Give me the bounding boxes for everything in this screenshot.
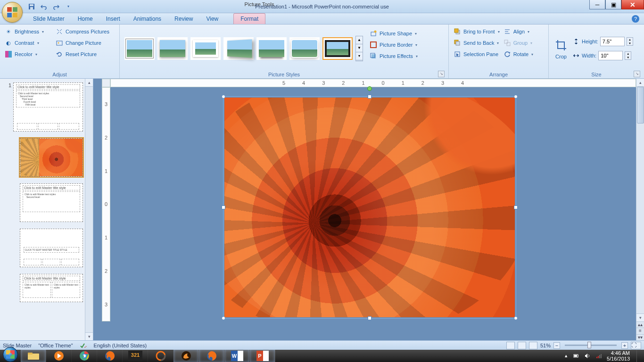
slide-canvas[interactable] — [224, 98, 515, 317]
master-thumbnail[interactable]: Click to edit Master title style Click t… — [13, 82, 83, 132]
layout-thumbnail-3[interactable]: CLICK TO EDIT MASTER TITLE STYLE — [20, 229, 83, 267]
height-input[interactable] — [600, 37, 625, 46]
bring-to-front-button[interactable]: Bring to Front▾ — [452, 26, 502, 37]
redo-icon[interactable] — [51, 1, 61, 12]
width-up[interactable]: ▲ — [625, 52, 631, 56]
battery-icon[interactable] — [573, 353, 579, 359]
crop-icon[interactable] — [553, 38, 569, 53]
picture-chrysanthemum[interactable] — [224, 98, 515, 317]
align-button[interactable]: Align▾ — [502, 26, 535, 37]
tab-review[interactable]: Review — [168, 14, 199, 24]
tab-format[interactable]: Format — [233, 13, 265, 24]
gallery-down-icon[interactable]: ▼ — [356, 44, 363, 52]
layout-thumbnail-4[interactable]: Click to edit Master title style Click t… — [20, 274, 83, 302]
style-6[interactable] — [289, 37, 320, 60]
scroll-thumb[interactable] — [637, 87, 644, 123]
network-icon[interactable] — [595, 353, 602, 359]
zoom-out-button[interactable]: − — [553, 342, 560, 349]
style-5[interactable] — [256, 37, 287, 60]
gallery-up-icon[interactable]: ▲ — [356, 36, 363, 44]
taskbar-app-1[interactable] — [148, 350, 173, 362]
taskbar-chrome[interactable] — [72, 350, 97, 362]
taskbar-wmp[interactable] — [46, 350, 72, 362]
start-button[interactable] — [0, 350, 21, 362]
style-3[interactable] — [190, 37, 221, 60]
vertical-ruler[interactable]: 3210123 — [102, 87, 110, 321]
prev-slide-button[interactable]: ▴▴ — [636, 321, 644, 328]
thumbnails-scrollbar[interactable]: ▴ ▾ — [85, 79, 93, 340]
scroll-up-button[interactable]: ▴ — [636, 79, 644, 87]
normal-view-button[interactable] — [506, 342, 515, 349]
taskbar-word[interactable]: W — [224, 350, 250, 362]
style-4[interactable] — [223, 37, 254, 60]
rotate-button[interactable]: Rotate▾ — [502, 49, 535, 59]
size-dialog-icon[interactable]: ↘ — [634, 71, 640, 77]
tab-slide-master[interactable]: Slide Master — [26, 14, 71, 24]
compress-pictures-button[interactable]: Compress Pictures — [54, 26, 111, 37]
vertical-scrollbar[interactable]: ▴ ▾ — [636, 79, 644, 321]
recolor-button[interactable]: Recolor▾ — [3, 49, 54, 59]
slideshow-view-button[interactable] — [529, 342, 537, 349]
save-icon[interactable] — [26, 1, 37, 12]
picture-effects-button[interactable]: Picture Effects▾ — [368, 51, 420, 61]
undo-icon[interactable] — [39, 1, 49, 12]
zoom-level[interactable]: 51% — [540, 343, 551, 348]
brightness-button[interactable]: ☀Brightness▾ — [3, 26, 54, 37]
tray-show-hidden-icon[interactable]: ▲ — [564, 354, 568, 358]
sorter-view-button[interactable] — [518, 342, 526, 349]
taskbar-powerpoint[interactable]: P — [250, 350, 275, 362]
nav-menu-button[interactable]: ≡ — [636, 328, 644, 334]
taskbar-mpc[interactable]: 321 — [123, 350, 148, 362]
zoom-slider[interactable] — [565, 345, 617, 346]
show-desktop-button[interactable] — [636, 350, 640, 362]
taskbar-firefox-1[interactable] — [97, 350, 123, 362]
contrast-button[interactable]: ◐Contrast▾ — [3, 38, 54, 48]
group-button[interactable]: Group▾ — [502, 38, 535, 48]
horizontal-ruler[interactable]: 5432101234 — [110, 79, 636, 87]
qat-customize-icon[interactable]: ▾ — [63, 1, 74, 12]
scroll-down-icon[interactable]: ▾ — [85, 332, 93, 340]
tray-clock[interactable]: 4:46 AM5/16/2013 — [607, 350, 630, 362]
zoom-in-button[interactable]: + — [621, 342, 628, 349]
tab-insert[interactable]: Insert — [99, 14, 127, 24]
scroll-down-button[interactable]: ▾ — [636, 313, 644, 321]
volume-icon[interactable] — [584, 353, 591, 359]
height-down[interactable]: ▼ — [627, 41, 633, 45]
taskbar-explorer[interactable] — [21, 350, 46, 362]
change-picture-button[interactable]: Change Picture — [54, 38, 111, 48]
send-to-back-button[interactable]: Send to Back▾ — [452, 38, 502, 48]
taskbar-firefox-2[interactable] — [199, 350, 224, 362]
status-theme[interactable]: "Office Theme" — [38, 343, 73, 348]
gallery-more-icon[interactable]: ▾ — [356, 52, 363, 60]
layout-thumbnail-1[interactable] — [20, 138, 83, 177]
next-slide-button[interactable]: ▾▾ — [636, 334, 644, 340]
reset-picture-button[interactable]: Reset Picture — [54, 49, 111, 59]
ruler-origin[interactable] — [102, 79, 110, 87]
crop-label[interactable]: Crop — [555, 54, 567, 59]
layout-thumbnail-2[interactable]: Click to edit Master title style Click t… — [20, 183, 83, 222]
width-down[interactable]: ▼ — [625, 56, 631, 59]
help-icon[interactable]: ? — [632, 15, 639, 23]
style-7[interactable] — [322, 37, 353, 60]
taskbar-app-2[interactable] — [173, 350, 199, 362]
picture-border-button[interactable]: Picture Border▾ — [368, 40, 420, 50]
maximize-button[interactable]: ▣ — [605, 0, 621, 9]
close-button[interactable]: ✕ — [621, 0, 644, 9]
styles-dialog-icon[interactable]: ↘ — [438, 71, 445, 77]
tab-animations[interactable]: Animations — [127, 14, 168, 24]
fit-window-button[interactable]: ⛶ — [631, 342, 641, 349]
width-input[interactable] — [598, 51, 623, 60]
tab-home[interactable]: Home — [71, 14, 99, 24]
scroll-up-icon[interactable]: ▴ — [85, 79, 93, 87]
style-2[interactable] — [157, 37, 188, 60]
style-1[interactable] — [124, 37, 155, 60]
selection-pane-button[interactable]: Selection Pane — [452, 49, 502, 59]
minimize-button[interactable]: ─ — [589, 0, 605, 9]
tab-view[interactable]: View — [199, 14, 225, 24]
zoom-slider-thumb[interactable] — [587, 342, 591, 348]
height-up[interactable]: ▲ — [627, 38, 633, 41]
spellcheck-icon[interactable] — [80, 342, 87, 349]
office-button[interactable] — [2, 2, 23, 23]
status-language[interactable]: English (United States) — [94, 343, 147, 348]
picture-shape-button[interactable]: Picture Shape▾ — [368, 28, 420, 39]
